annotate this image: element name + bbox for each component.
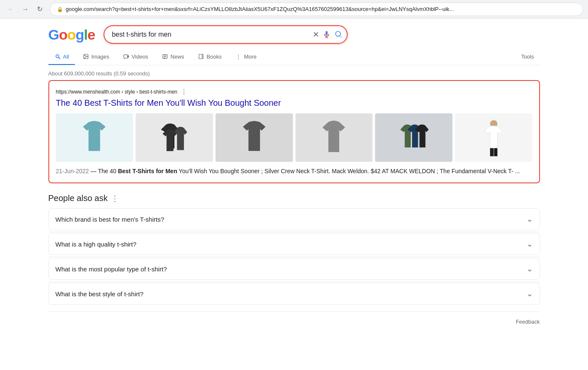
search-button[interactable] [334,30,343,39]
paa-question-4: What is the best style of t-shirt? [56,290,144,298]
paa-question-3: What is the most popular type of t-shirt… [56,265,167,273]
clear-button[interactable]: ✕ [313,30,319,39]
chevron-down-icon-4: ⌄ [527,289,533,298]
tab-images[interactable]: Images [77,49,115,65]
logo-e: e [88,27,95,43]
svg-rect-12 [494,148,498,156]
forward-button[interactable]: → [19,3,31,15]
tab-more[interactable]: ⋮ More [229,49,263,65]
results-info: About 609,000,000 results (0.59 seconds) [48,65,540,80]
tab-books[interactable]: Books [192,49,228,65]
tab-news[interactable]: News [156,49,190,65]
reload-button[interactable]: ↻ [34,3,45,15]
tshirt-image-5 [375,113,452,162]
paa-divider-1 [48,232,540,232]
more-dots-icon: ⋮ [235,53,242,60]
snippet-date: 21-Jun-2022 [56,168,89,174]
tshirt-image-1 [56,113,133,162]
search-bar-icons: ✕ [313,30,343,39]
feedback-label[interactable]: Feedback [516,319,540,325]
search-bar-wrapper: ✕ [104,25,348,44]
result-url: https://www.menshealth.com › style › bes… [56,88,532,96]
tshirt-image-6 [455,113,532,162]
snippet-dash: — The 40 [90,168,118,174]
logo-g1: G [48,27,59,43]
chevron-down-icon-1: ⌄ [527,214,533,224]
people-also-ask-section: People also ask ⋮ Which brand is best fo… [48,193,540,328]
paa-more-icon[interactable]: ⋮ [111,194,119,203]
paa-divider-2 [48,257,540,257]
tab-all-label: All [63,54,69,60]
logo-o1: o [59,27,67,43]
tab-images-label: Images [91,54,109,60]
svg-rect-9 [199,54,202,59]
header: Google ✕ [48,19,540,47]
paa-item-2[interactable]: What is a high quality t-shirt? ⌄ [48,233,540,255]
tab-more-label: More [244,54,257,60]
result-snippet: 21-Jun-2022 — The 40 Best T-Shirts for M… [56,167,532,176]
logo-g2: g [76,27,84,43]
results-count: About 609,000,000 results (0.59 seconds) [48,70,150,77]
paa-header: People also ask ⋮ [48,193,540,203]
paa-question-2: What is a high quality t-shirt? [56,241,137,248]
url-text: https://www.menshealth.com › style › bes… [56,89,178,95]
page-content: Google ✕ [42,19,547,328]
address-bar[interactable]: 🔒 google.com/search?q=best+t-shirts+for+… [50,3,583,16]
tab-all[interactable]: All [48,49,75,65]
videos-icon [123,53,130,60]
tshirt-image-3 [216,113,293,162]
paa-item-4[interactable]: What is the best style of t-shirt? ⌄ [48,283,540,305]
google-logo: Google [48,27,95,43]
logo-l: l [84,27,87,43]
logo-o2: o [67,27,76,43]
paa-title: People also ask [48,193,108,203]
paa-divider-3 [48,282,540,282]
snippet-rest: You'll Wish You Bought Sooner ; Silver C… [179,168,520,174]
images-icon [82,53,89,60]
tab-videos[interactable]: Videos [117,49,154,65]
books-icon [198,53,205,60]
tab-books-label: Books [207,54,222,60]
tab-videos-label: Videos [132,54,149,60]
chevron-down-icon-3: ⌄ [527,264,533,273]
tools-button[interactable]: Tools [515,49,540,65]
chevron-down-icon-2: ⌄ [527,239,533,249]
lock-icon: 🔒 [57,6,63,12]
paa-question-1: Which brand is best for men's T-shirts? [56,216,165,223]
browser-chrome: ← → ↻ 🔒 google.com/search?q=best+t-shirt… [0,0,588,19]
snippet-bold: Best T-Shirts for Men [118,168,177,174]
svg-point-3 [85,55,85,56]
tshirt-image-4 [295,113,373,162]
image-strip [56,113,532,162]
back-button[interactable]: ← [5,3,17,15]
tshirt-image-2 [136,113,213,162]
result-more-button[interactable]: ⋮ [181,88,187,96]
svg-line-1 [59,57,60,59]
paa-item-1[interactable]: Which brand is best for men's T-shirts? … [48,208,540,230]
svg-rect-4 [124,55,128,58]
paa-item-3[interactable]: What is the most popular type of t-shirt… [48,258,540,280]
news-icon [162,53,168,60]
microphone-icon[interactable] [322,30,331,39]
address-text: google.com/search?q=best+t-shirts+for+me… [66,6,454,12]
all-icon [54,53,61,60]
svg-rect-11 [490,148,494,156]
browser-nav: ← → ↻ [5,3,45,15]
result-title[interactable]: The 40 Best T-Shirts for Men You'll Wish… [56,97,532,108]
tab-news-label: News [170,54,184,60]
search-input[interactable] [104,25,348,44]
search-result-card: https://www.menshealth.com › style › bes… [48,80,540,183]
nav-tabs: All Images Videos News Books [48,47,540,65]
feedback-bar: Feedback [48,311,540,328]
